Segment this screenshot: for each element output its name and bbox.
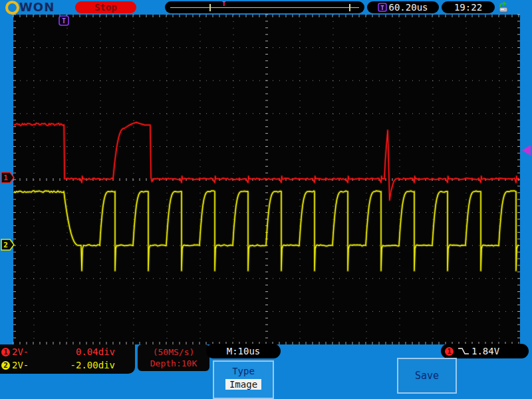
sample-rate: (50MS/s) [153, 347, 195, 357]
ch2-position-marker [1, 239, 14, 250]
falling-edge-icon [458, 347, 469, 355]
menu-type-label: Type [232, 366, 255, 376]
ch2-info-row: 2 2V- -2.00div [0, 358, 135, 372]
ch1-position-marker [1, 172, 14, 183]
channel-info-box: 1 2V- 0.04div 2 2V- -2.00div [0, 344, 135, 374]
save-button[interactable]: Save [397, 358, 457, 394]
owon-logo-text: WON [19, 1, 55, 14]
window-right-bracket [349, 4, 350, 11]
timebase-readout: M:10us [206, 344, 281, 358]
window-trigger-t-marker: T [222, 1, 225, 7]
top-status-bar: WON Stop T T 60.20us 19:22 [0, 0, 532, 15]
ch1-scale: 2V- [12, 346, 29, 357]
trigger-source-badge: 1 [445, 347, 454, 356]
owon-logo: WON [5, 1, 55, 14]
ch1-info-row: 1 2V- 0.04div [0, 345, 135, 358]
window-left-bracket [209, 4, 211, 11]
memory-depth: Depth:10K [150, 358, 197, 368]
trigger-offset-value: 60.20us [388, 2, 428, 13]
menu-type-button[interactable]: Type Image [213, 360, 274, 399]
ch1-offset: 0.04div [76, 346, 115, 357]
trigger-level-readout: 1 1.84V [441, 344, 529, 358]
trigger-offset-readout: T 60.20us [367, 1, 439, 13]
scope-display-area [13, 15, 520, 344]
clock: 19:22 [442, 1, 495, 13]
ch2-position-marker-digit: 2 [3, 241, 8, 249]
usb-storage-icon [497, 1, 511, 13]
ch2-offset: -2.00div [70, 360, 115, 370]
ch1-position-marker-digit: 1 [3, 174, 8, 182]
trigger-level-arrow-icon [522, 145, 531, 156]
save-button-label: Save [415, 370, 439, 382]
run-stop-button[interactable]: Stop [75, 1, 136, 13]
ch2-badge: 2 [1, 361, 10, 370]
owon-logo-o-icon [5, 1, 19, 15]
ch2-scale: 2V- [12, 360, 29, 370]
trigger-t-icon: T [378, 3, 387, 12]
memory-line [170, 7, 359, 8]
menu-type-value: Image [225, 379, 261, 390]
svg-text:T: T [381, 5, 385, 11]
acquisition-info-box: (50MS/s) Depth:10K [138, 344, 209, 371]
memory-window-indicator: T [165, 1, 364, 13]
ch1-badge: 1 [1, 348, 10, 356]
trigger-level-value: 1.84V [471, 346, 499, 356]
